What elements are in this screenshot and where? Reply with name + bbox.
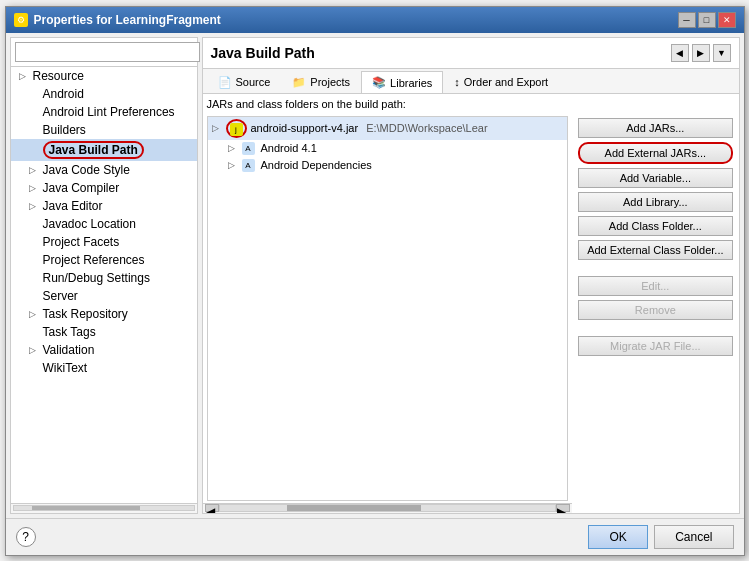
tab-source[interactable]: 📄 Source xyxy=(207,71,282,93)
tree-item-server[interactable]: Server xyxy=(11,287,197,305)
horizontal-scrollbar[interactable]: ◀ ▶ xyxy=(203,503,573,513)
dialog-icon: ⚙ xyxy=(14,13,28,27)
settings-tree: ▷ Resource Android Android Lint Preferen… xyxy=(11,67,197,503)
tree-item-java-editor[interactable]: ▷ Java Editor xyxy=(11,197,197,215)
scroll-left-btn[interactable]: ◀ xyxy=(205,504,219,512)
arrow-icon: ▷ xyxy=(29,309,39,319)
jar-icon: j xyxy=(230,123,243,136)
jar-item-android-deps[interactable]: ▷ A Android Dependencies xyxy=(208,157,568,174)
properties-dialog: ⚙ Properties for LearningFragment ─ □ ✕ … xyxy=(5,6,745,556)
scrollbar-thumb[interactable] xyxy=(287,505,421,511)
nav-back-button[interactable]: ◀ xyxy=(671,44,689,62)
tree-item-task-repository[interactable]: ▷ Task Repository xyxy=(11,305,197,323)
tree-item-label: Builders xyxy=(43,123,86,137)
tabs-bar: 📄 Source 📁 Projects 📚 Libraries ↕ Order … xyxy=(203,69,739,94)
tree-item-builders[interactable]: Builders xyxy=(11,121,197,139)
left-scrollbar[interactable] xyxy=(11,503,197,513)
tree-item-label: Java Compiler xyxy=(43,181,120,195)
tree-item-project-facets[interactable]: Project Facets xyxy=(11,233,197,251)
jar-highlight-circle: j xyxy=(226,119,247,138)
left-panel: ▷ Resource Android Android Lint Preferen… xyxy=(10,37,198,514)
tree-item-label: Javadoc Location xyxy=(43,217,136,231)
bottom-buttons: OK Cancel xyxy=(588,525,733,549)
add-variable-button[interactable]: Add Variable... xyxy=(578,168,732,188)
tree-item-android-lint[interactable]: Android Lint Preferences xyxy=(11,103,197,121)
tab-label: Libraries xyxy=(390,77,432,89)
expand-arrow: ▷ xyxy=(228,143,238,153)
arrow-icon: ▷ xyxy=(29,183,39,193)
tree-item-label: Run/Debug Settings xyxy=(43,271,150,285)
jar-item-label: Android Dependencies xyxy=(261,159,372,171)
tree-item-label: Project References xyxy=(43,253,145,267)
jar-item-label: android-support-v4.jar xyxy=(251,122,359,134)
tree-item-label: Task Tags xyxy=(43,325,96,339)
tree-item-label: Project Facets xyxy=(43,235,120,249)
tree-item-java-code-style[interactable]: ▷ Java Code Style xyxy=(11,161,197,179)
tree-item-label: Java Code Style xyxy=(43,163,130,177)
scroll-right-btn[interactable]: ▶ xyxy=(556,504,570,512)
minimize-button[interactable]: ─ xyxy=(678,12,696,28)
tab-label: Source xyxy=(236,76,271,88)
cancel-button[interactable]: Cancel xyxy=(654,525,733,549)
tree-item-resource[interactable]: ▷ Resource xyxy=(11,67,197,85)
tree-item-task-tags[interactable]: Task Tags xyxy=(11,323,197,341)
tab-order-export[interactable]: ↕ Order and Export xyxy=(443,71,559,92)
remove-button[interactable]: Remove xyxy=(578,300,732,320)
source-icon: 📄 xyxy=(218,76,232,89)
right-buttons: Add JARs... Add External JARs... Add Var… xyxy=(572,114,738,513)
add-library-button[interactable]: Add Library... xyxy=(578,192,732,212)
jars-label: JARs and class folders on the build path… xyxy=(203,94,739,114)
jar-item-label: Android 4.1 xyxy=(261,142,317,154)
order-icon: ↕ xyxy=(454,76,460,88)
add-external-class-folder-button[interactable]: Add External Class Folder... xyxy=(578,240,732,260)
add-class-folder-button[interactable]: Add Class Folder... xyxy=(578,216,732,236)
ok-button[interactable]: OK xyxy=(588,525,648,549)
right-panel: Java Build Path ◀ ▶ ▼ 📄 Source xyxy=(202,37,740,514)
tree-item-label: WikiText xyxy=(43,361,88,375)
scrollbar-track[interactable] xyxy=(219,504,557,512)
bottom-bar: ? OK Cancel xyxy=(6,518,744,555)
android-icon: A xyxy=(242,159,255,172)
tree-item-android[interactable]: Android xyxy=(11,85,197,103)
tree-item-label: Android Lint Preferences xyxy=(43,105,175,119)
migrate-jar-button[interactable]: Migrate JAR File... xyxy=(578,336,732,356)
tree-item-project-references[interactable]: Project References xyxy=(11,251,197,269)
tree-item-javadoc[interactable]: Javadoc Location xyxy=(11,215,197,233)
add-external-jars-button[interactable]: Add External JARs... xyxy=(578,142,732,164)
jar-item-path: E:\MDD\Workspace\Lear xyxy=(366,122,487,134)
nav-forward-button[interactable]: ▶ xyxy=(692,44,710,62)
tree-item-java-build-path[interactable]: Java Build Path xyxy=(11,139,197,161)
tree-item-java-compiler[interactable]: ▷ Java Compiler xyxy=(11,179,197,197)
tree-item-label: Validation xyxy=(43,343,95,357)
tab-projects[interactable]: 📁 Projects xyxy=(281,71,361,93)
tab-label: Order and Export xyxy=(464,76,548,88)
tree-item-wikitext[interactable]: WikiText xyxy=(11,359,197,377)
projects-icon: 📁 xyxy=(292,76,306,89)
tree-item-label: Java Build Path xyxy=(43,141,144,159)
maximize-button[interactable]: □ xyxy=(698,12,716,28)
tree-item-label: Android xyxy=(43,87,84,101)
help-button[interactable]: ? xyxy=(16,527,36,547)
tree-item-label: Java Editor xyxy=(43,199,103,213)
tree-item-label: Task Repository xyxy=(43,307,128,321)
dialog-title: Properties for LearningFragment xyxy=(34,13,221,27)
arrow-icon: ▷ xyxy=(29,345,39,355)
right-panel-header: Java Build Path ◀ ▶ ▼ xyxy=(203,38,739,69)
edit-button[interactable]: Edit... xyxy=(578,276,732,296)
expand-arrow: ▷ xyxy=(212,123,222,133)
tab-libraries[interactable]: 📚 Libraries xyxy=(361,71,443,93)
tree-item-label: Resource xyxy=(33,69,84,83)
tree-item-validation[interactable]: ▷ Validation xyxy=(11,341,197,359)
filter-input[interactable] xyxy=(15,42,200,62)
expand-arrow: ▷ xyxy=(228,160,238,170)
jar-item-android41[interactable]: ▷ A Android 4.1 xyxy=(208,140,568,157)
arrow-icon: ▷ xyxy=(29,201,39,211)
close-button[interactable]: ✕ xyxy=(718,12,736,28)
jar-item-support[interactable]: ▷ j android-support-v4.jar E:\MDD\Worksp… xyxy=(208,117,568,140)
panel-title: Java Build Path xyxy=(211,45,315,61)
tree-item-label: Server xyxy=(43,289,78,303)
nav-dropdown-button[interactable]: ▼ xyxy=(713,44,731,62)
add-jars-button[interactable]: Add JARs... xyxy=(578,118,732,138)
tree-item-run-debug[interactable]: Run/Debug Settings xyxy=(11,269,197,287)
libraries-icon: 📚 xyxy=(372,76,386,89)
